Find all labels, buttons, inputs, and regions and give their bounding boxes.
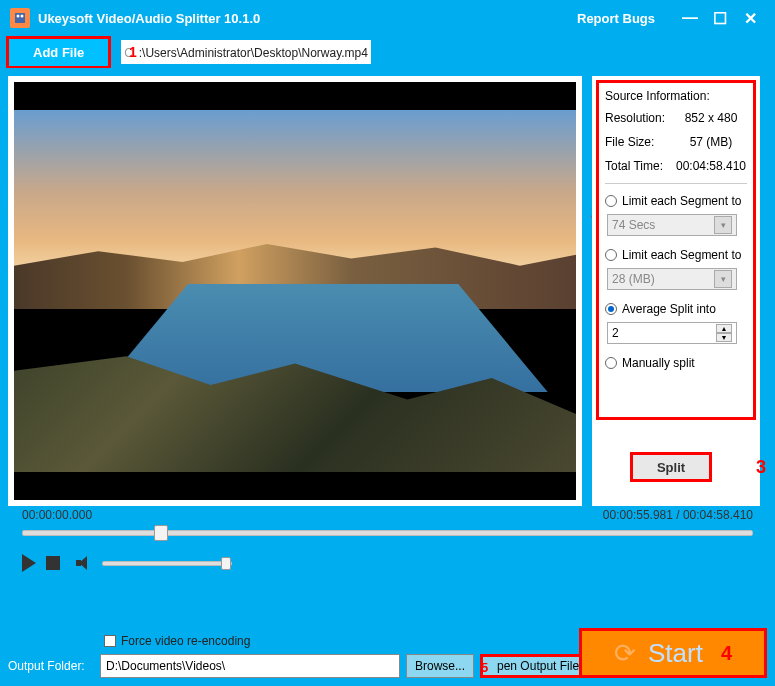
source-info-title: Source Information: <box>605 89 747 103</box>
limit-time-radio[interactable]: Limit each Segment to <box>605 194 747 208</box>
video-area[interactable] <box>14 82 576 500</box>
toolbar: Add File C1:\Users\Administrator\Desktop… <box>0 36 775 68</box>
spinner-down-icon[interactable]: ▼ <box>716 333 732 342</box>
average-split-radio[interactable]: Average Split into <box>605 302 747 316</box>
chevron-down-icon: ▾ <box>714 216 732 234</box>
video-frame <box>14 110 576 472</box>
totaltime-value: 00:04:58.410 <box>675 159 747 173</box>
svg-point-1 <box>17 15 20 18</box>
time-right: 00:00:55.981 / 00:04:58.410 <box>603 508 753 522</box>
output-folder-input[interactable] <box>100 654 400 678</box>
seek-thumb[interactable] <box>154 525 168 541</box>
add-file-button[interactable]: Add File <box>6 36 111 69</box>
time-left: 00:00:00.000 <box>22 508 603 522</box>
timeline-labels: 00:00:00.000 00:00:55.981 / 00:04:58.410 <box>8 506 767 522</box>
annotation-marker-1: 1 <box>129 44 137 60</box>
split-button[interactable]: Split <box>630 452 712 482</box>
titlebar: Ukeysoft Video/Audio Splitter 10.1.0 Rep… <box>0 0 775 36</box>
limit-time-combo[interactable]: 74 Secs▾ <box>607 214 737 236</box>
annotation-marker-3: 3 <box>756 457 766 478</box>
start-label: Start <box>648 638 703 669</box>
maximize-button[interactable]: ☐ <box>705 9 735 28</box>
filesize-value: 57 (MB) <box>675 135 747 149</box>
side-panel: Source Information: Resolution:852 x 480… <box>592 76 760 506</box>
refresh-icon: ⟳ <box>614 638 636 669</box>
svg-rect-0 <box>15 13 25 23</box>
stop-button[interactable] <box>46 556 60 570</box>
video-preview-panel <box>8 76 582 506</box>
reencode-label: Force video re-encoding <box>121 634 250 648</box>
filesize-label: File Size: <box>605 135 675 149</box>
close-button[interactable]: ✕ <box>735 9 765 28</box>
annotation-marker-5: 5 <box>481 660 488 675</box>
resolution-label: Resolution: <box>605 111 675 125</box>
totaltime-label: Total Time: <box>605 159 675 173</box>
limit-size-combo[interactable]: 28 (MB)▾ <box>607 268 737 290</box>
browse-button[interactable]: Browse... <box>406 654 474 678</box>
chevron-down-icon: ▾ <box>714 270 732 288</box>
reencode-checkbox[interactable] <box>104 635 116 647</box>
seek-slider[interactable] <box>22 530 753 536</box>
average-split-spinner[interactable]: 2▲▼ <box>607 322 737 344</box>
start-button[interactable]: ⟳ Start 4 <box>579 628 767 678</box>
content-area: 2 Source Information: Resolution:852 x 4… <box>0 68 775 686</box>
app-logo-icon <box>10 8 30 28</box>
output-folder-label: Output Folder: <box>8 659 92 673</box>
resolution-value: 852 x 480 <box>675 111 747 125</box>
playback-controls <box>8 540 767 572</box>
volume-slider[interactable] <box>102 561 232 566</box>
play-button[interactable] <box>22 554 36 572</box>
filepath-display: C1:\Users\Administrator\Desktop\Norway.m… <box>121 40 371 64</box>
minimize-button[interactable]: — <box>675 9 705 27</box>
spinner-up-icon[interactable]: ▲ <box>716 324 732 333</box>
annotation-marker-4: 4 <box>721 642 732 665</box>
manual-split-radio[interactable]: Manually split <box>605 356 747 370</box>
limit-size-radio[interactable]: Limit each Segment to <box>605 248 747 262</box>
open-output-file-button[interactable]: 5pen Output File <box>480 654 588 678</box>
volume-icon[interactable] <box>76 556 92 570</box>
svg-point-2 <box>21 15 24 18</box>
volume-thumb[interactable] <box>221 557 231 570</box>
app-title: Ukeysoft Video/Audio Splitter 10.1.0 <box>38 11 260 26</box>
report-bugs-link[interactable]: Report Bugs <box>577 11 655 26</box>
